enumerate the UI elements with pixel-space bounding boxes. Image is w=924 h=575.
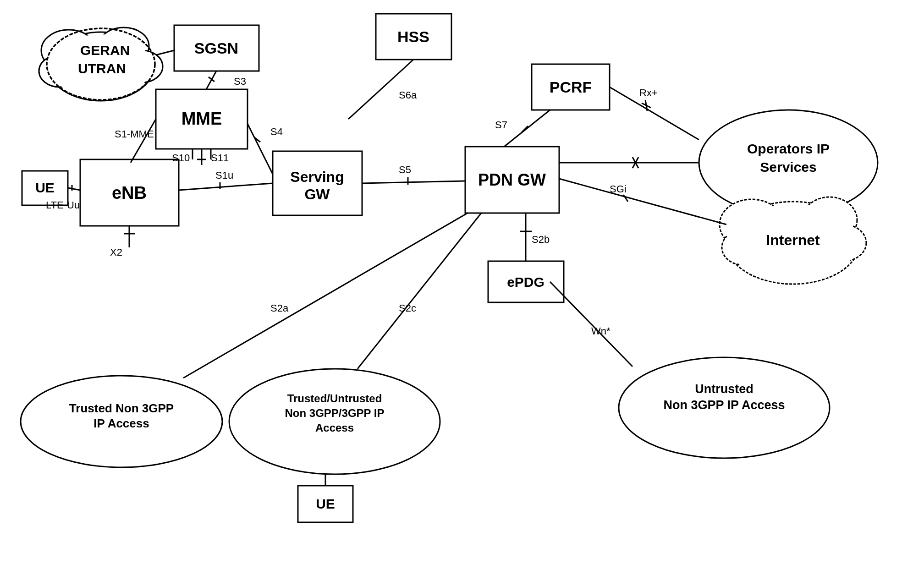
svg-line-33	[179, 183, 273, 190]
s11-label: S11	[211, 152, 229, 164]
svg-line-29	[68, 188, 80, 190]
serving-gw-label1: Serving	[290, 169, 344, 185]
network-diagram: GERAN UTRAN SGSN HSS MME PCRF eNB UE Ser…	[0, 0, 924, 575]
wn-label: Wn*	[591, 325, 610, 337]
enb-label: eNB	[112, 183, 147, 203]
untrusted-label1: Untrusted	[695, 382, 754, 396]
internet-cloud: Internet	[720, 197, 866, 284]
svg-line-48	[358, 213, 481, 369]
hss-label: HSS	[397, 28, 429, 45]
svg-line-28	[131, 119, 156, 163]
serving-gw-label2: GW	[304, 186, 330, 203]
x2-label: X2	[110, 246, 122, 258]
lte-uu-label: LTE-Uu	[46, 199, 80, 211]
trusted-untrusted-label2: Non 3GPP/3GPP IP	[285, 407, 385, 419]
trusted-non3gpp-label2: IP Access	[94, 416, 149, 430]
svg-line-47	[183, 213, 468, 378]
s2c-label: S2c	[399, 302, 416, 314]
rx-label: Rx+	[639, 87, 658, 99]
trusted-untrusted-label3: Access	[315, 422, 354, 434]
svg-line-20	[156, 50, 174, 55]
epdg-label: ePDG	[507, 274, 544, 290]
ue-left-label: UE	[35, 180, 55, 195]
svg-line-41	[645, 100, 647, 111]
svg-text:GERAN: GERAN	[80, 43, 130, 58]
svg-line-35	[362, 181, 465, 183]
svg-line-24	[248, 124, 273, 174]
s7-label: S7	[495, 119, 507, 131]
s10-label: S10	[172, 152, 190, 164]
operators-ip-label1: Operators IP	[747, 141, 830, 156]
sgsn-label: SGSN	[194, 39, 238, 57]
s1mme-label: S1-MME	[115, 128, 154, 140]
svg-line-43	[623, 195, 628, 202]
pcrf-label: PCRF	[550, 78, 592, 96]
svg-line-21	[206, 71, 216, 89]
trusted-untrusted-label1: Trusted/Untrusted	[287, 392, 382, 405]
untrusted-label2: Non 3GPP IP Access	[663, 398, 785, 412]
sgi-label: SGi	[610, 183, 627, 195]
svg-line-46	[550, 282, 632, 367]
ue-bottom-label: UE	[316, 496, 335, 511]
mme-label: MME	[182, 109, 222, 128]
s2b-label: S2b	[532, 234, 550, 245]
s6a-label: S6a	[399, 89, 417, 101]
pdn-gw-label: PDN GW	[478, 170, 546, 189]
s3-label: S3	[234, 76, 246, 87]
svg-line-37	[504, 110, 550, 147]
s4-label: S4	[270, 126, 283, 137]
svg-text:UTRAN: UTRAN	[78, 61, 126, 76]
s1u-label: S1u	[215, 170, 233, 181]
internet-label: Internet	[766, 232, 820, 248]
s5-label: S5	[399, 164, 411, 175]
s2a-label: S2a	[270, 302, 289, 314]
geran-utran-cloud: GERAN UTRAN	[39, 27, 163, 101]
svg-line-42	[559, 179, 726, 225]
trusted-non3gpp-label1: Trusted Non 3GPP	[69, 401, 174, 415]
operators-ip-label2: Services	[760, 159, 816, 175]
